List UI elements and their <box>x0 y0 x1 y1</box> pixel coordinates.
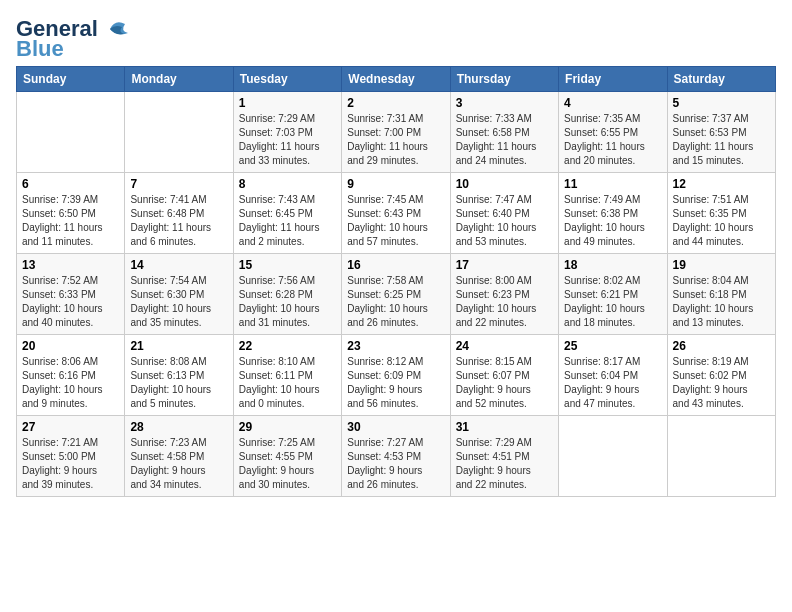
day-info: Sunrise: 7:58 AMSunset: 6:25 PMDaylight:… <box>347 275 428 328</box>
calendar-cell <box>667 416 775 497</box>
day-number: 20 <box>22 339 119 353</box>
calendar-week-1: 1Sunrise: 7:29 AMSunset: 7:03 PMDaylight… <box>17 92 776 173</box>
day-number: 13 <box>22 258 119 272</box>
col-saturday: Saturday <box>667 67 775 92</box>
day-info: Sunrise: 7:21 AMSunset: 5:00 PMDaylight:… <box>22 437 98 490</box>
day-info: Sunrise: 7:31 AMSunset: 7:00 PMDaylight:… <box>347 113 428 166</box>
day-number: 4 <box>564 96 661 110</box>
col-friday: Friday <box>559 67 667 92</box>
calendar-cell: 30Sunrise: 7:27 AMSunset: 4:53 PMDayligh… <box>342 416 450 497</box>
day-info: Sunrise: 8:04 AMSunset: 6:18 PMDaylight:… <box>673 275 754 328</box>
day-number: 11 <box>564 177 661 191</box>
day-info: Sunrise: 7:43 AMSunset: 6:45 PMDaylight:… <box>239 194 320 247</box>
calendar-cell: 5Sunrise: 7:37 AMSunset: 6:53 PMDaylight… <box>667 92 775 173</box>
calendar-cell: 10Sunrise: 7:47 AMSunset: 6:40 PMDayligh… <box>450 173 558 254</box>
calendar-cell: 28Sunrise: 7:23 AMSunset: 4:58 PMDayligh… <box>125 416 233 497</box>
calendar-cell: 12Sunrise: 7:51 AMSunset: 6:35 PMDayligh… <box>667 173 775 254</box>
day-number: 16 <box>347 258 444 272</box>
header: General Blue <box>16 16 776 62</box>
day-number: 5 <box>673 96 770 110</box>
day-info: Sunrise: 7:39 AMSunset: 6:50 PMDaylight:… <box>22 194 103 247</box>
calendar-cell: 31Sunrise: 7:29 AMSunset: 4:51 PMDayligh… <box>450 416 558 497</box>
day-info: Sunrise: 8:10 AMSunset: 6:11 PMDaylight:… <box>239 356 320 409</box>
col-monday: Monday <box>125 67 233 92</box>
day-number: 25 <box>564 339 661 353</box>
calendar-week-2: 6Sunrise: 7:39 AMSunset: 6:50 PMDaylight… <box>17 173 776 254</box>
day-number: 28 <box>130 420 227 434</box>
logo-icon <box>100 19 130 39</box>
day-number: 7 <box>130 177 227 191</box>
calendar-cell: 3Sunrise: 7:33 AMSunset: 6:58 PMDaylight… <box>450 92 558 173</box>
col-wednesday: Wednesday <box>342 67 450 92</box>
day-info: Sunrise: 8:00 AMSunset: 6:23 PMDaylight:… <box>456 275 537 328</box>
day-number: 2 <box>347 96 444 110</box>
calendar-cell: 9Sunrise: 7:45 AMSunset: 6:43 PMDaylight… <box>342 173 450 254</box>
day-number: 1 <box>239 96 336 110</box>
day-number: 27 <box>22 420 119 434</box>
day-info: Sunrise: 7:33 AMSunset: 6:58 PMDaylight:… <box>456 113 537 166</box>
day-info: Sunrise: 7:49 AMSunset: 6:38 PMDaylight:… <box>564 194 645 247</box>
calendar-cell: 14Sunrise: 7:54 AMSunset: 6:30 PMDayligh… <box>125 254 233 335</box>
calendar-week-4: 20Sunrise: 8:06 AMSunset: 6:16 PMDayligh… <box>17 335 776 416</box>
calendar-cell: 17Sunrise: 8:00 AMSunset: 6:23 PMDayligh… <box>450 254 558 335</box>
day-info: Sunrise: 7:56 AMSunset: 6:28 PMDaylight:… <box>239 275 320 328</box>
day-info: Sunrise: 7:45 AMSunset: 6:43 PMDaylight:… <box>347 194 428 247</box>
day-info: Sunrise: 7:27 AMSunset: 4:53 PMDaylight:… <box>347 437 423 490</box>
calendar-cell <box>17 92 125 173</box>
calendar-cell: 8Sunrise: 7:43 AMSunset: 6:45 PMDaylight… <box>233 173 341 254</box>
calendar-cell <box>559 416 667 497</box>
calendar-cell: 22Sunrise: 8:10 AMSunset: 6:11 PMDayligh… <box>233 335 341 416</box>
day-number: 18 <box>564 258 661 272</box>
day-info: Sunrise: 7:29 AMSunset: 7:03 PMDaylight:… <box>239 113 320 166</box>
calendar-cell: 25Sunrise: 8:17 AMSunset: 6:04 PMDayligh… <box>559 335 667 416</box>
logo: General Blue <box>16 16 130 62</box>
calendar-cell: 15Sunrise: 7:56 AMSunset: 6:28 PMDayligh… <box>233 254 341 335</box>
calendar-week-3: 13Sunrise: 7:52 AMSunset: 6:33 PMDayligh… <box>17 254 776 335</box>
calendar-cell: 16Sunrise: 7:58 AMSunset: 6:25 PMDayligh… <box>342 254 450 335</box>
day-info: Sunrise: 7:23 AMSunset: 4:58 PMDaylight:… <box>130 437 206 490</box>
day-number: 26 <box>673 339 770 353</box>
day-info: Sunrise: 8:12 AMSunset: 6:09 PMDaylight:… <box>347 356 423 409</box>
day-number: 15 <box>239 258 336 272</box>
day-info: Sunrise: 8:19 AMSunset: 6:02 PMDaylight:… <box>673 356 749 409</box>
day-number: 29 <box>239 420 336 434</box>
day-info: Sunrise: 7:35 AMSunset: 6:55 PMDaylight:… <box>564 113 645 166</box>
calendar-cell: 24Sunrise: 8:15 AMSunset: 6:07 PMDayligh… <box>450 335 558 416</box>
day-number: 8 <box>239 177 336 191</box>
calendar-cell: 4Sunrise: 7:35 AMSunset: 6:55 PMDaylight… <box>559 92 667 173</box>
calendar-cell: 13Sunrise: 7:52 AMSunset: 6:33 PMDayligh… <box>17 254 125 335</box>
calendar-cell: 20Sunrise: 8:06 AMSunset: 6:16 PMDayligh… <box>17 335 125 416</box>
col-tuesday: Tuesday <box>233 67 341 92</box>
day-number: 6 <box>22 177 119 191</box>
day-info: Sunrise: 7:41 AMSunset: 6:48 PMDaylight:… <box>130 194 211 247</box>
day-info: Sunrise: 8:15 AMSunset: 6:07 PMDaylight:… <box>456 356 532 409</box>
col-sunday: Sunday <box>17 67 125 92</box>
calendar-cell: 11Sunrise: 7:49 AMSunset: 6:38 PMDayligh… <box>559 173 667 254</box>
header-row: Sunday Monday Tuesday Wednesday Thursday… <box>17 67 776 92</box>
calendar-cell: 21Sunrise: 8:08 AMSunset: 6:13 PMDayligh… <box>125 335 233 416</box>
calendar-cell: 6Sunrise: 7:39 AMSunset: 6:50 PMDaylight… <box>17 173 125 254</box>
day-info: Sunrise: 7:52 AMSunset: 6:33 PMDaylight:… <box>22 275 103 328</box>
day-info: Sunrise: 7:47 AMSunset: 6:40 PMDaylight:… <box>456 194 537 247</box>
day-number: 14 <box>130 258 227 272</box>
calendar-cell: 7Sunrise: 7:41 AMSunset: 6:48 PMDaylight… <box>125 173 233 254</box>
calendar-table: Sunday Monday Tuesday Wednesday Thursday… <box>16 66 776 497</box>
calendar-cell: 2Sunrise: 7:31 AMSunset: 7:00 PMDaylight… <box>342 92 450 173</box>
day-info: Sunrise: 8:02 AMSunset: 6:21 PMDaylight:… <box>564 275 645 328</box>
day-number: 19 <box>673 258 770 272</box>
day-number: 10 <box>456 177 553 191</box>
day-number: 23 <box>347 339 444 353</box>
day-info: Sunrise: 8:17 AMSunset: 6:04 PMDaylight:… <box>564 356 640 409</box>
day-number: 12 <box>673 177 770 191</box>
day-info: Sunrise: 7:25 AMSunset: 4:55 PMDaylight:… <box>239 437 315 490</box>
day-number: 30 <box>347 420 444 434</box>
day-info: Sunrise: 7:29 AMSunset: 4:51 PMDaylight:… <box>456 437 532 490</box>
day-number: 22 <box>239 339 336 353</box>
day-number: 24 <box>456 339 553 353</box>
day-number: 31 <box>456 420 553 434</box>
day-number: 21 <box>130 339 227 353</box>
day-info: Sunrise: 8:08 AMSunset: 6:13 PMDaylight:… <box>130 356 211 409</box>
calendar-cell: 29Sunrise: 7:25 AMSunset: 4:55 PMDayligh… <box>233 416 341 497</box>
logo-text-blue: Blue <box>16 36 64 62</box>
calendar-cell: 18Sunrise: 8:02 AMSunset: 6:21 PMDayligh… <box>559 254 667 335</box>
